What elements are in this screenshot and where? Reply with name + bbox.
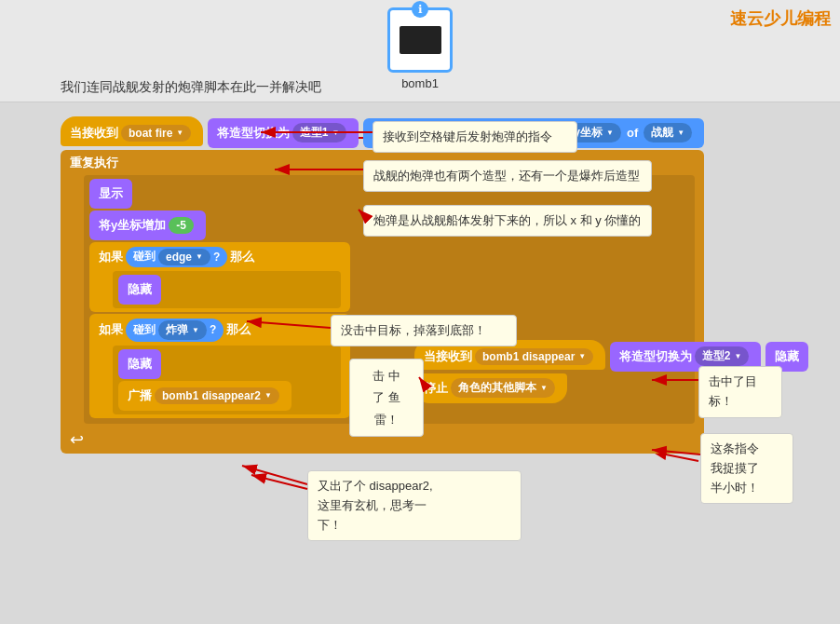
sprite-label: bomb1 [401,76,439,90]
costume2-dropdown[interactable]: 造型2 ▼ [695,346,750,366]
other-scripts-dropdown[interactable]: 角色的其他脚本 ▼ [451,378,555,398]
logo: 速云少儿编程 [730,7,831,30]
annotation-5: 击 中了 鱼雷！ [349,359,424,437]
battleship2-dropdown[interactable]: 战舰 ▼ [644,123,692,142]
if-bomb-block[interactable]: 如果 碰到 炸弹 ▼ ? 那么 [89,314,350,418]
annotation-8: 又出了个 disappear2,这里有玄机，思考一下！ [307,470,522,541]
stop-block[interactable]: 停止 角色的其他脚本 ▼ [414,373,567,403]
disappear2-dropdown[interactable]: bomb1 disappear2 ▼ [155,387,279,404]
neg5-value: -5 [169,217,194,234]
annotation-4: 没击中目标，掉落到底部！ [331,315,517,346]
svg-line-8 [242,466,307,484]
when-receive-label: 当接收到 [70,125,118,142]
show-label: 显示 [99,185,123,202]
intro-text: 我们连同战舰发射的炮弹脚本在此一并解决吧 [61,79,321,96]
hide-label: 隐藏 [128,281,152,298]
switch-costume-label: 将造型切换为 [217,125,290,142]
when-receive-block[interactable]: 当接收到 boat fire ▼ [61,116,203,146]
top-area: 速云少儿编程 bomb1 我们连同战舰发射的炮弹脚本在此一并解决吧 [0,0,840,102]
when-receive-bomb-label: 当接收到 [424,348,472,365]
change-y-label: 将y坐标增加 [99,217,166,234]
annotation-3: 炮弹是从战舰船体发射下来的，所以 x 和 y 你懂的 [363,205,652,237]
show-block[interactable]: 显示 [89,179,132,209]
broadcast-block[interactable]: 广播 bomb1 disappear2 ▼ [118,381,291,411]
touching-bomb-block[interactable]: 碰到 炸弹 ▼ ? [126,319,224,342]
main-container: 速云少儿编程 bomb1 我们连同战舰发射的炮弹脚本在此一并解决吧 [0,0,840,624]
hide2-label: 隐藏 [128,356,152,373]
switch-costume-block[interactable]: 将造型切换为 造型1 ▼ [208,118,359,148]
if-edge-block[interactable]: 如果 碰到 edge ▼ ? 那么 [89,242,350,312]
hide3-label: 隐藏 [775,348,799,365]
hide2-block[interactable]: 隐藏 [118,349,161,379]
boat-fire-dropdown[interactable]: boat fire ▼ [121,125,191,142]
switch-costume2-label: 将造型切换为 [619,348,692,365]
broadcast-label: 广播 [128,387,152,404]
annotation-7: 这条指令我捉摸了半小时！ [700,433,793,504]
touching-edge-block[interactable]: 碰到 edge ▼ ? [126,247,227,267]
annotation-1: 接收到空格键后发射炮弹的指令 [373,121,577,153]
hide-block[interactable]: 隐藏 [118,275,161,305]
costume1-dropdown[interactable]: 造型1 ▼ [292,123,347,142]
sprite-box [387,7,453,73]
sprite-preview: bomb1 [387,7,453,90]
svg-line-7 [652,452,698,461]
annotation-6: 击中了目标！ [698,366,782,418]
annotation-2: 战舰的炮弹也有两个造型，还有一个是爆炸后造型 [363,160,652,192]
sprite-inner [400,26,441,54]
code-area: 当接收到 boat fire ▼ 将造型切换为 造型1 ▼ 移到 x: x坐标 [0,102,840,624]
change-y-block[interactable]: 将y坐标增加 -5 [89,210,206,240]
bomb-disappear-dropdown[interactable]: bomb1 disappear ▼ [475,348,593,365]
stop-label: 停止 [424,380,448,397]
